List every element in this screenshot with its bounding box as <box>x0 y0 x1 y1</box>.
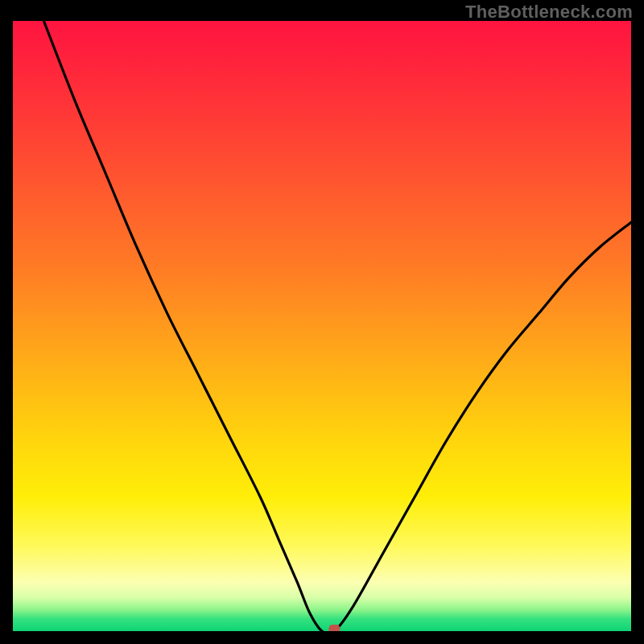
watermark-text: TheBottleneck.com <box>465 2 633 23</box>
chart-svg <box>13 21 631 631</box>
bottleneck-curve <box>43 21 631 631</box>
chart-frame: TheBottleneck.com <box>0 0 644 644</box>
optimal-point-marker <box>329 625 340 632</box>
plot-area <box>13 21 631 631</box>
